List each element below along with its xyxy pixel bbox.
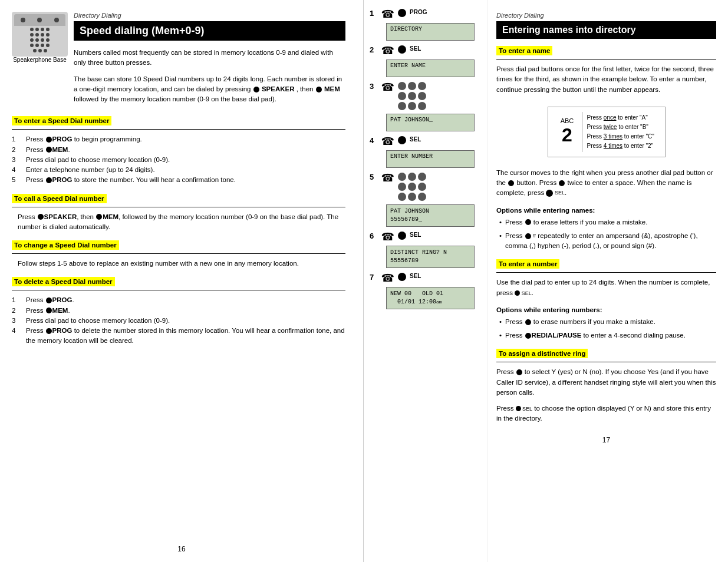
handset-icon-4: ☎ xyxy=(381,136,394,147)
dot-sm xyxy=(30,28,34,31)
enter-number-section: To enter a number Use the dial pad to en… xyxy=(496,259,716,298)
dot-sm xyxy=(41,33,44,37)
keypad-5 xyxy=(398,173,426,201)
sel-circle-name xyxy=(546,190,553,197)
dot xyxy=(37,18,42,22)
diagram-step-1: 1 ☎ PROG xyxy=(370,9,481,19)
options-numbers-section: Options while entering numbers: Press to… xyxy=(496,306,716,341)
step-5: 5 Press PROG to store the number. You wi… xyxy=(18,175,345,185)
sel-circle-3 xyxy=(398,232,406,240)
key xyxy=(408,173,416,181)
key xyxy=(398,102,406,110)
dot-sm xyxy=(41,38,44,42)
sel-circle-2 xyxy=(398,136,406,144)
enter-name-text: Press dial pad buttons once for the firs… xyxy=(496,64,716,95)
lcd-4: ENTER NUMBER xyxy=(386,150,475,168)
abc-left: ABC 2 xyxy=(553,112,582,152)
enter-speed-dial-header: To enter a Speed Dial number xyxy=(12,116,111,125)
enter-speed-dial-section: To enter a Speed Dial number 1 Press PRO… xyxy=(12,116,345,185)
change-speed-dial-text: Follow steps 1-5 above to replace an exi… xyxy=(18,259,345,269)
key xyxy=(418,173,426,181)
dot-sm xyxy=(35,38,39,42)
abc-number: 2 xyxy=(562,124,572,146)
lcd-1: DIRECTORY xyxy=(386,23,475,41)
mem-icon-2 xyxy=(46,147,52,153)
dot-sm xyxy=(44,49,47,52)
del-step-2: 2 Press MEM. xyxy=(18,306,345,316)
del-step-3: 3 Press dial pad to choose memory locati… xyxy=(18,316,345,326)
enter-name-header-wrapper: To enter a name xyxy=(496,46,716,59)
right-directory-label: Directory Dialing xyxy=(496,12,716,19)
key xyxy=(398,92,406,100)
call-speed-dial-header: To call a Speed Dial number xyxy=(12,194,107,203)
enter-header-wrapper: To enter a Speed Dial number xyxy=(12,116,345,130)
abc-right: Press once to enter "A" Press twice to e… xyxy=(582,112,659,152)
options-names-section: Options while entering names: Press to e… xyxy=(496,207,716,252)
abc-diagram: ABC 2 Press once to enter "A" Press twic… xyxy=(548,107,666,157)
abc-label: ABC xyxy=(561,117,574,124)
right-page: Directory Dialing Entering names into di… xyxy=(487,0,728,562)
dot-sm xyxy=(33,49,37,52)
enter-number-header: To enter a number xyxy=(496,259,559,269)
handset-icon-6: ☎ xyxy=(381,232,394,242)
key xyxy=(418,102,426,110)
diagram-step-4: 4 ☎ SEL xyxy=(370,136,481,147)
erase-icon-2 xyxy=(525,319,531,325)
dot-sm xyxy=(30,33,34,37)
step-4: 4 Enter a telephone number (up to 24 dig… xyxy=(18,165,345,175)
options-numbers-header: Options while entering numbers: xyxy=(496,306,716,313)
key xyxy=(408,82,416,90)
abc-line-4: Press 4 times to enter "2" xyxy=(587,141,654,151)
prog-icon-2 xyxy=(46,177,52,183)
diagram-step-5: 5 ☎ xyxy=(370,173,481,201)
sel-label-3: SEL xyxy=(410,232,421,238)
assign-ring-section: To assign a distinctive ring Press to se… xyxy=(496,349,716,424)
handset-icon-1: ☎ xyxy=(381,9,394,19)
abc-diagram-wrapper: ABC 2 Press once to enter "A" Press twic… xyxy=(496,101,716,163)
left-directory-label: Directory Dialing xyxy=(74,12,345,19)
erase-icon-1 xyxy=(525,219,531,225)
key xyxy=(418,92,426,100)
keypad-3 xyxy=(398,82,426,110)
dot xyxy=(21,18,25,22)
dot-sm xyxy=(46,38,50,42)
handset-icon-7: ☎ xyxy=(381,273,394,283)
lcd-5: PAT JOHNSON55556789_ xyxy=(386,204,475,227)
dot-sm xyxy=(35,33,39,37)
sel-circle-1 xyxy=(398,45,406,54)
dot-sm xyxy=(46,44,50,47)
step-2: 2 Press MEM. xyxy=(18,145,345,155)
diagram-step-2: 2 ☎ SEL xyxy=(370,45,481,56)
prog-icon-3 xyxy=(46,297,52,303)
left-page: Speakerphone Base Directory Dialing Spee… xyxy=(0,0,364,562)
prog-label-1: PROG xyxy=(410,9,427,15)
prog-circle-1 xyxy=(398,9,406,17)
sel-label-2: SEL xyxy=(410,136,421,143)
options-numbers-list: Press to erase numbers if you make a mis… xyxy=(496,317,716,341)
lcd-6: DISTINCT RING? N55556789 xyxy=(386,246,475,268)
dot-sm xyxy=(30,44,34,47)
step-1: 1 Press PROG to begin programming. xyxy=(18,134,345,144)
intro-p1: Numbers called most frequently can be st… xyxy=(74,48,345,68)
enter-number-text: Use the dial pad to enter up to 24 digit… xyxy=(496,277,716,298)
dot xyxy=(54,18,59,22)
redial-icon xyxy=(525,333,531,339)
sel-circle-num xyxy=(515,290,520,296)
key xyxy=(418,183,426,191)
call-header-wrapper: To call a Speed Dial number xyxy=(12,194,345,207)
enter-name-header: To enter a name xyxy=(496,46,552,55)
prog-icon-4 xyxy=(46,328,52,334)
prog-icon xyxy=(46,137,52,143)
left-section-title: Speed dialing (Mem+0-9) xyxy=(74,21,345,41)
speaker-icon xyxy=(253,87,259,92)
handset-icon-5: ☎ xyxy=(381,173,394,183)
dot-sm xyxy=(41,44,44,47)
key xyxy=(408,102,416,110)
call-speed-dial-text: Press SPEAKER, then MEM, followed by the… xyxy=(18,212,345,233)
key xyxy=(398,82,406,90)
sel-label-4: SEL xyxy=(410,273,421,279)
key xyxy=(398,193,406,201)
lcd-7: NEW 00 OLD 01 01/01 12:00am xyxy=(386,287,475,309)
speaker-icon-2 xyxy=(38,214,44,220)
dot-sm xyxy=(38,49,42,52)
